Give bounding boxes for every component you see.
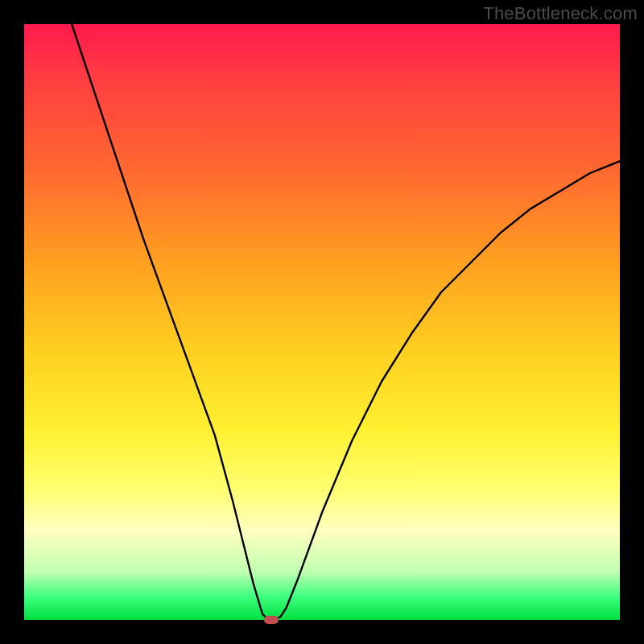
optimal-point-marker: [264, 616, 279, 624]
chart-frame: TheBottleneck.com: [0, 0, 644, 644]
watermark-text: TheBottleneck.com: [483, 3, 638, 24]
bottleneck-curve: [24, 24, 620, 620]
plot-area: [24, 24, 620, 620]
